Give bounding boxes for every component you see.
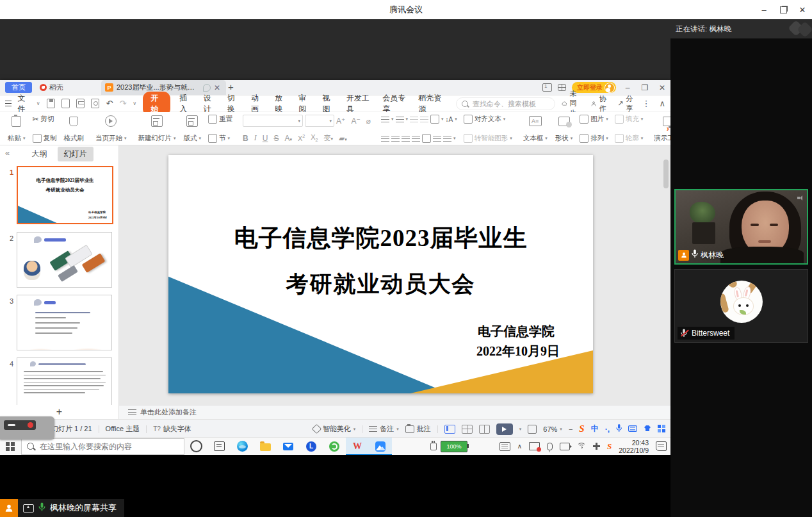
hidden-icons-chevron[interactable]: ∧ bbox=[517, 443, 522, 450]
text-direction-icon[interactable] bbox=[430, 115, 439, 124]
reading-view-icon[interactable] bbox=[479, 425, 490, 434]
menu-tab-insert[interactable]: 插入 bbox=[177, 93, 194, 115]
file-explorer-button[interactable] bbox=[254, 438, 277, 455]
picture-button[interactable]: 图片▾ bbox=[580, 115, 608, 124]
ime-keyboard-icon[interactable] bbox=[628, 425, 637, 433]
shapes-button[interactable]: 形状▾ bbox=[551, 114, 577, 144]
missing-font-warning[interactable]: T?缺失字体 bbox=[153, 424, 191, 434]
tab-slides[interactable]: 幻灯片 bbox=[58, 147, 93, 161]
line-spacing-icon[interactable]: ↕A bbox=[446, 116, 453, 123]
clear-format-icon[interactable]: ⌀ bbox=[366, 117, 371, 126]
tab-outline[interactable]: 大纲 bbox=[26, 147, 54, 161]
vpn-tray-icon[interactable] bbox=[593, 443, 600, 450]
menu-tab-slideshow[interactable]: 放映 bbox=[272, 93, 289, 115]
current-slide[interactable]: 电子信息学院2023届毕业生 考研就业动员大会 电子信息学院 2022年10月9… bbox=[168, 155, 593, 393]
play-from-current-button[interactable]: 当页开始▾ bbox=[92, 114, 131, 144]
align-right-icon[interactable] bbox=[402, 136, 410, 142]
slide-thumbnail-3[interactable] bbox=[17, 295, 112, 350]
ime-mode-indicator[interactable]: 中 bbox=[591, 423, 599, 434]
notes-toggle[interactable]: 备注▾ bbox=[369, 424, 399, 434]
menu-tab-animation[interactable]: 动画 bbox=[248, 93, 266, 115]
ime-mic-icon[interactable] bbox=[616, 424, 622, 434]
tab-home[interactable]: 首页 bbox=[5, 82, 32, 93]
print-preview-icon[interactable] bbox=[91, 99, 99, 108]
microphone-tray-icon[interactable] bbox=[547, 443, 553, 450]
superscript-icon[interactable]: X2 bbox=[298, 134, 305, 142]
slide-footer-line2[interactable]: 2022年10月9日 bbox=[476, 343, 560, 360]
zoom-level[interactable]: 67%▾ bbox=[543, 425, 562, 433]
start-button[interactable] bbox=[6, 442, 15, 451]
restore-button[interactable] bbox=[774, 0, 793, 19]
ime-toolbox-icon[interactable] bbox=[658, 425, 665, 434]
new-tab-button[interactable]: + bbox=[228, 81, 234, 92]
arrange-button[interactable]: 排列▾ bbox=[580, 134, 608, 143]
strikethrough-icon[interactable]: S bbox=[273, 134, 279, 143]
window-layout-icon[interactable] bbox=[542, 83, 552, 92]
justify-icon[interactable] bbox=[412, 136, 420, 142]
font-family-combo[interactable]: ▾ bbox=[243, 115, 303, 127]
canvas-scrollbar[interactable] bbox=[663, 160, 669, 188]
floating-ime-badge[interactable] bbox=[0, 416, 54, 439]
slide-sorter-icon[interactable] bbox=[462, 425, 473, 434]
mail-button[interactable] bbox=[277, 438, 300, 455]
undo-icon[interactable]: ↶ bbox=[106, 99, 113, 108]
menu-tab-design[interactable]: 设计 bbox=[201, 93, 218, 115]
comments-toggle[interactable]: 批注 bbox=[405, 424, 431, 434]
edge-button[interactable] bbox=[231, 438, 254, 455]
subscript-icon[interactable]: X2 bbox=[311, 133, 318, 142]
slide-thumbnail-1[interactable]: 电子信息学院2023届毕业生 考研就业动员大会 电子信息学院 2022年10月9… bbox=[17, 166, 113, 224]
taskbar-clock[interactable]: 20:43 2022/10/9 bbox=[619, 439, 649, 454]
taskbar-search[interactable] bbox=[21, 438, 184, 455]
close-button[interactable]: ✕ bbox=[793, 0, 812, 19]
smart-beautify-button[interactable]: 智能美化▾ bbox=[313, 424, 356, 434]
slide-title-line2[interactable]: 考研就业动员大会 bbox=[168, 269, 593, 299]
sogou-tray-icon[interactable]: S bbox=[607, 441, 612, 452]
phonetic-guide-icon[interactable]: 变▾ bbox=[323, 133, 333, 143]
zoom-out-icon[interactable]: − bbox=[569, 425, 572, 433]
highlight-icon[interactable]: ▰▾ bbox=[339, 134, 347, 143]
collaborate-button[interactable]: 协作 bbox=[591, 94, 608, 113]
camera-tray-icon[interactable] bbox=[560, 443, 570, 450]
command-search-input[interactable] bbox=[471, 99, 549, 108]
paste-button[interactable]: 粘贴▾ bbox=[4, 114, 29, 144]
italic-icon[interactable]: I bbox=[254, 133, 257, 143]
action-center-icon[interactable] bbox=[656, 441, 667, 451]
redo-icon[interactable]: ↷ bbox=[119, 99, 126, 108]
video-tile-bittersweet[interactable]: Bittersweet bbox=[674, 269, 808, 343]
distribute-icon[interactable] bbox=[422, 134, 431, 143]
video-tile-fenglinwan[interactable]: 枫林晚 bbox=[674, 189, 808, 265]
sogou-ime-icon[interactable]: S bbox=[579, 423, 584, 434]
increase-indent-icon[interactable] bbox=[420, 117, 428, 122]
taskbar-search-input[interactable] bbox=[38, 441, 179, 452]
underline-icon[interactable]: U bbox=[263, 134, 268, 143]
meeting-taskbar-button[interactable] bbox=[369, 438, 392, 455]
ime-punctuation-icon[interactable]: ·, bbox=[605, 425, 610, 434]
hamburger-icon[interactable] bbox=[5, 101, 12, 106]
outline-button[interactable]: 轮廓▾ bbox=[615, 134, 644, 143]
copy-button[interactable]: 复制 bbox=[33, 134, 57, 143]
play-options-caret-icon[interactable]: ▾ bbox=[519, 427, 522, 432]
collapse-panel-icon[interactable]: « bbox=[5, 148, 10, 158]
notes-bar[interactable]: 单击此处添加备注 bbox=[119, 405, 670, 419]
slide-thumbnail-4[interactable] bbox=[17, 357, 112, 405]
new-slide-button[interactable]: 新建幻灯片▾ bbox=[134, 114, 180, 144]
more-menu-icon[interactable]: ⋮ bbox=[642, 99, 651, 108]
print-icon[interactable] bbox=[76, 99, 85, 108]
bold-icon[interactable]: B bbox=[243, 134, 248, 143]
browser-360-button[interactable] bbox=[323, 438, 346, 455]
pin-icon[interactable] bbox=[797, 192, 805, 199]
spacing-before-icon[interactable] bbox=[433, 136, 441, 142]
screen-share-banner[interactable]: 枫林晚的屏幕共享 bbox=[0, 499, 124, 517]
normal-view-icon[interactable] bbox=[444, 425, 455, 434]
spacing-after-icon[interactable] bbox=[443, 136, 451, 142]
lenovo-browser-button[interactable]: L bbox=[300, 438, 323, 455]
close-tab-icon[interactable]: ✕ bbox=[214, 83, 220, 92]
minimize-button[interactable]: – bbox=[754, 0, 774, 19]
command-search[interactable] bbox=[456, 97, 555, 110]
align-left-icon[interactable] bbox=[381, 136, 389, 142]
align-text-button[interactable]: 对齐文本▾ bbox=[464, 115, 512, 124]
menu-tab-view[interactable]: 视图 bbox=[320, 93, 337, 115]
file-menu[interactable]: 文件 bbox=[18, 93, 30, 115]
slide-title-line1[interactable]: 电子信息学院2023届毕业生 bbox=[168, 222, 593, 254]
slideshow-play-button[interactable] bbox=[496, 423, 513, 435]
